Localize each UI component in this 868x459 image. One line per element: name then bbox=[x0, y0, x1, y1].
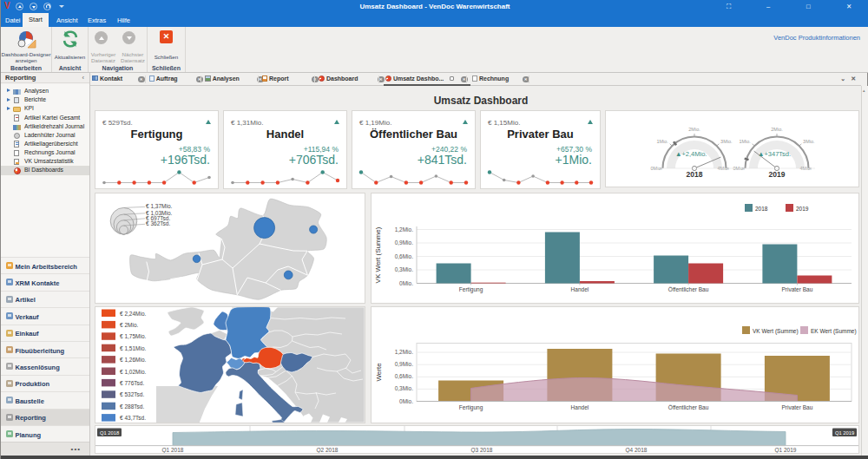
svg-text:1,2Mio.: 1,2Mio. bbox=[395, 349, 414, 355]
svg-text:€ 776Tsd.: € 776Tsd. bbox=[120, 380, 144, 386]
svg-text:€ 2Mio.: € 2Mio. bbox=[120, 322, 139, 328]
svg-text:€ 1,75Mio.: € 1,75Mio. bbox=[120, 333, 147, 339]
svg-text:▲+2,4Mio.: ▲+2,4Mio. bbox=[675, 150, 707, 158]
svg-text:€ 1,37Mio.: € 1,37Mio. bbox=[146, 203, 173, 209]
svg-text:Handel: Handel bbox=[571, 286, 589, 292]
svg-text:€ 1,51Mio.: € 1,51Mio. bbox=[120, 345, 147, 351]
svg-text:1Mio.: 1Mio. bbox=[739, 139, 751, 144]
svg-text:€ 1,02Mio.: € 1,02Mio. bbox=[120, 369, 147, 375]
svg-text:1Mio.: 1Mio. bbox=[656, 139, 668, 144]
svg-text:2019: 2019 bbox=[796, 206, 809, 212]
svg-text:Q4 2018: Q4 2018 bbox=[626, 447, 648, 453]
svg-text:Q1 2019: Q1 2019 bbox=[835, 430, 854, 436]
svg-text:Q1 2018: Q1 2018 bbox=[100, 430, 119, 436]
svg-text:0,3Mio.: 0,3Mio. bbox=[395, 385, 414, 391]
svg-text:€ 532Tsd.: € 532Tsd. bbox=[120, 391, 144, 397]
svg-text:Q1 2018: Q1 2018 bbox=[162, 447, 184, 453]
svg-text:▲+347Tsd.: ▲+347Tsd. bbox=[758, 150, 791, 158]
svg-text:0,6Mio.: 0,6Mio. bbox=[395, 253, 414, 259]
svg-text:0,3Mio.: 0,3Mio. bbox=[395, 266, 414, 272]
svg-text:2Mio.: 2Mio. bbox=[771, 127, 783, 132]
svg-text:Fertigung: Fertigung bbox=[459, 286, 483, 293]
svg-text:0Mio.: 0Mio. bbox=[399, 398, 413, 404]
svg-text:Öffentlicher Bau: Öffentlicher Bau bbox=[668, 404, 709, 410]
svg-text:0,9Mio.: 0,9Mio. bbox=[395, 239, 414, 246]
svg-text:Werte: Werte bbox=[375, 363, 383, 382]
svg-text:2Mio.: 2Mio. bbox=[688, 127, 700, 132]
svg-text:EK Wert (Summe): EK Wert (Summe) bbox=[811, 328, 857, 335]
svg-text:Privater Bau: Privater Bau bbox=[782, 404, 813, 410]
svg-text:Q1 2019: Q1 2019 bbox=[775, 447, 797, 453]
svg-text:€ 2,24Mio.: € 2,24Mio. bbox=[120, 311, 147, 317]
svg-text:Fertigung: Fertigung bbox=[459, 404, 483, 411]
svg-text:3Mio.: 3Mio. bbox=[720, 139, 733, 144]
svg-text:Handel: Handel bbox=[571, 404, 589, 410]
svg-text:1,2Mio.: 1,2Mio. bbox=[395, 226, 414, 233]
svg-text:Q3 2018: Q3 2018 bbox=[471, 447, 493, 453]
svg-text:2018: 2018 bbox=[755, 206, 768, 212]
svg-text:3Mio.: 3Mio. bbox=[803, 139, 815, 144]
svg-text:€ 362Tsd.: € 362Tsd. bbox=[146, 220, 170, 226]
svg-text:Q2 2018: Q2 2018 bbox=[317, 447, 339, 453]
svg-text:0,6Mio.: 0,6Mio. bbox=[395, 373, 414, 379]
svg-text:2018: 2018 bbox=[687, 170, 703, 179]
svg-text:0,9Mio.: 0,9Mio. bbox=[395, 361, 414, 367]
svg-text:VK Wert (Summe): VK Wert (Summe) bbox=[374, 226, 382, 283]
svg-text:Öffentlicher Bau: Öffentlicher Bau bbox=[668, 286, 709, 292]
svg-text:Privater Bau: Privater Bau bbox=[782, 286, 813, 292]
svg-text:2019: 2019 bbox=[769, 170, 786, 179]
svg-text:€ 1,26Mio.: € 1,26Mio. bbox=[120, 357, 147, 363]
svg-text:VK Wert (Summe): VK Wert (Summe) bbox=[753, 328, 799, 335]
svg-text:€ 43,7Tsd.: € 43,7Tsd. bbox=[120, 415, 146, 421]
svg-text:€ 288Tsd.: € 288Tsd. bbox=[120, 403, 144, 410]
svg-text:0Mio.: 0Mio. bbox=[399, 280, 413, 286]
